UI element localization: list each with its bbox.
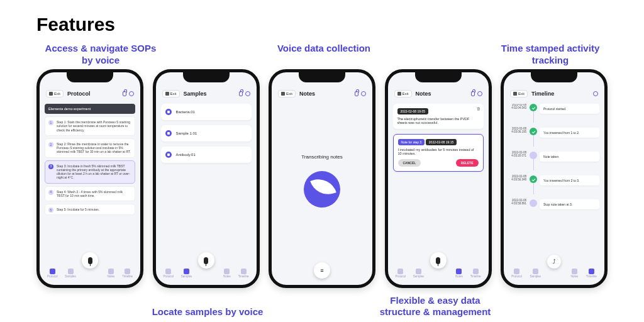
exit-button[interactable]: Exit [510, 90, 528, 97]
tab-protocol[interactable]: Protocol [47, 269, 58, 278]
timeline-icon [125, 269, 130, 274]
step-chip: Note for step 3 [398, 139, 425, 145]
step-text: Step 4: Wash 3 - 4 times with 5% skimmed… [57, 190, 123, 197]
notes-icon [456, 269, 462, 274]
timeline-time: 2022-02-08 4:02:04.543 [509, 104, 529, 110]
timestamp-chip: 2022-02-08 19:15 [426, 139, 457, 145]
lock-icon[interactable] [239, 91, 243, 96]
timeline-line [529, 175, 538, 194]
info-icon[interactable] [593, 91, 598, 96]
notes-icon [108, 269, 114, 274]
notch-icon [183, 72, 230, 82]
check-dot-icon [530, 104, 537, 111]
step-number-icon: 4 [48, 190, 53, 195]
tab-protocol[interactable]: Protocol [511, 269, 522, 278]
tab-samples[interactable]: Samples [181, 269, 192, 278]
timeline-line [529, 199, 538, 207]
tab-samples[interactable]: Samples [413, 269, 425, 278]
protocol-step[interactable]: 4Step 4: Wash 3 - 4 times with 5% skimme… [45, 186, 135, 202]
sample-name: Antibody.01 [176, 153, 196, 157]
sample-icon [165, 130, 172, 136]
protocol-step[interactable]: 2Step 2: Rinse the membrane in water to … [45, 138, 135, 158]
tab-notes[interactable]: Notes [570, 269, 578, 278]
page-title: Features [36, 14, 115, 35]
experiment-banner: Elementa demo experiment [45, 104, 135, 114]
sample-card[interactable]: Bacteria.01 [161, 104, 252, 120]
tab-samples[interactable]: Samples [65, 269, 76, 278]
tab-samples[interactable]: Samples [530, 269, 541, 278]
tab-timeline[interactable]: Timeline [470, 269, 481, 278]
info-icon[interactable] [245, 91, 250, 96]
tab-timeline[interactable]: Timeline [586, 269, 597, 278]
info-icon[interactable] [361, 91, 366, 96]
check-dot-icon [530, 175, 537, 183]
tab-label: Protocol [511, 275, 522, 278]
step-number-icon: 3 [48, 164, 53, 169]
protocol-step[interactable]: 1Step 1: Stain the membrane with Ponceau… [45, 116, 135, 136]
tab-label: Timeline [122, 275, 133, 278]
tab-label: Notes [223, 275, 231, 278]
cancel-button[interactable]: CANCEL [398, 159, 421, 167]
delete-button[interactable]: DELETE [456, 159, 479, 167]
note-card[interactable]: 🗑 2022-02-08 19:05 The electrophoretic t… [393, 104, 484, 129]
lock-icon[interactable] [123, 91, 126, 96]
menu-button[interactable]: ≡ [314, 262, 330, 279]
exit-label: Exit [286, 92, 292, 96]
step-text: Step 2: Rinse the membrane in water to r… [57, 142, 131, 154]
exit-button[interactable]: Exit [278, 90, 296, 97]
exit-icon [281, 92, 285, 96]
tab-notes[interactable]: Notes [223, 269, 231, 278]
timeline-row[interactable]: 2022-02-08 4:03:06.195You traversed from… [509, 128, 599, 147]
phone-protocol: Exit Protocol Elementa demo experiment 1… [36, 69, 143, 288]
exit-button[interactable]: Exit [394, 90, 412, 97]
timeline-time: 2022-02-08 4:03:56.348 [509, 175, 529, 182]
note-card-selected[interactable]: Note for step 3 2022-02-08 19:15 I incub… [393, 134, 484, 172]
tab-label: Samples [181, 275, 192, 278]
notch-icon [299, 72, 345, 82]
timeline-event: Note taken. [540, 152, 599, 162]
lock-icon[interactable] [355, 91, 358, 96]
tab-notes[interactable]: Notes [455, 269, 463, 278]
screen-title: Timeline [531, 91, 554, 97]
timeline-event: You traversed from 1 to 2. [540, 128, 599, 138]
timeline-time: 2022-02-08 4:03:06.195 [509, 128, 529, 134]
tab-label: Timeline [470, 275, 481, 278]
exit-button[interactable]: Exit [46, 90, 64, 97]
tab-label: Samples [65, 275, 76, 278]
content-area: Transcribing notes [277, 104, 367, 257]
header: Exit Notes [275, 86, 369, 101]
protocol-step-active[interactable]: 3Step 3: Incubate in fresh 5% skimmed mi… [45, 160, 135, 184]
notch-icon [415, 72, 462, 82]
phone-notes: Exit Notes 🗑 2022-02-08 19:05 The electr… [385, 69, 492, 288]
timeline-row[interactable]: 2022-02-08 4:03:20.071Note taken. [509, 152, 599, 170]
content-area: 2022-02-08 4:02:04.543Protocol started.2… [509, 104, 599, 257]
tab-timeline[interactable]: Timeline [122, 269, 133, 278]
lock-icon[interactable] [471, 91, 475, 96]
bottom-nav: Protocol Samples Notes Timeline [40, 265, 140, 281]
timestamp-chip: 2022-02-08 19:05 [397, 108, 428, 114]
tab-protocol[interactable]: Protocol [163, 269, 174, 278]
tab-label: Notes [455, 275, 463, 278]
sample-card[interactable]: Sample 1.01 [161, 125, 252, 142]
info-icon[interactable] [129, 91, 134, 96]
exit-label: Exit [170, 92, 177, 96]
samples-icon [533, 269, 538, 274]
info-icon[interactable] [477, 91, 482, 96]
sample-card[interactable]: Antibody.01 [161, 147, 252, 163]
bottom-nav: Protocol Samples Notes Timeline [156, 265, 257, 281]
timeline-row[interactable]: 2022-02-08 4:02:04.543Protocol started. [509, 104, 599, 123]
protocol-step[interactable]: 5Step 5: Incubate for 5 minutes. [45, 204, 135, 215]
timeline-row[interactable]: 2022-02-08 4:03:56.348You traversed from… [509, 175, 599, 194]
sample-icon [165, 109, 172, 115]
exit-button[interactable]: Exit [162, 90, 180, 97]
timeline-row[interactable]: 2022-02-08 4:03:58.891Stop note taken at… [509, 199, 599, 209]
transcribing-label: Transcribing notes [301, 154, 343, 160]
tab-protocol[interactable]: Protocol [395, 269, 406, 278]
tab-timeline[interactable]: Timeline [238, 269, 249, 278]
notes-icon [224, 269, 230, 274]
content-area: 🗑 2022-02-08 19:05 The electrophoretic t… [393, 104, 484, 257]
step-text: Step 3: Incubate in fresh 5% skimmed mil… [57, 164, 130, 180]
delete-note-icon[interactable]: 🗑 [477, 107, 480, 111]
tab-notes[interactable]: Notes [108, 269, 115, 278]
mic-icon [204, 257, 208, 264]
